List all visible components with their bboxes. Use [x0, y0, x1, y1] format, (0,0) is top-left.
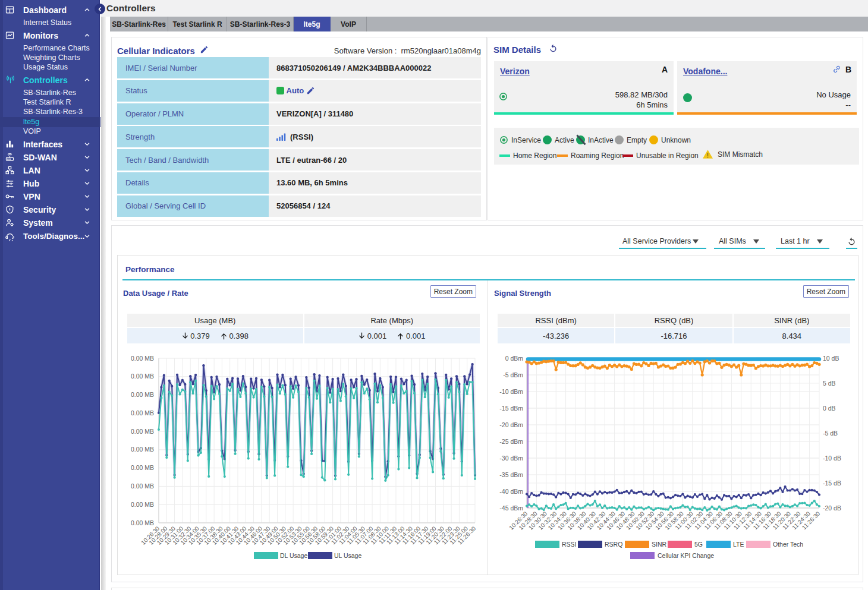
- svg-text:0 dBm: 0 dBm: [505, 355, 524, 362]
- svg-text:0.00 MB: 0.00 MB: [131, 464, 154, 471]
- svg-text:-45 dBm: -45 dBm: [499, 504, 523, 512]
- svg-text:SINR: SINR: [652, 541, 667, 548]
- svg-text:-20 dB: -20 dB: [823, 504, 841, 512]
- svg-text:0.00 MB: 0.00 MB: [131, 409, 154, 417]
- svg-text:-10 dB: -10 dB: [823, 455, 841, 462]
- svg-text:5G: 5G: [694, 541, 703, 548]
- svg-text:0.00 MB: 0.00 MB: [131, 373, 154, 380]
- svg-text:10 dB: 10 dB: [823, 355, 839, 362]
- svg-text:-30 dBm: -30 dBm: [499, 455, 523, 462]
- svg-text:-35 dBm: -35 dBm: [499, 471, 523, 478]
- svg-text:0.00 MB: 0.00 MB: [131, 355, 154, 362]
- svg-text:-15 dB: -15 dB: [823, 479, 841, 487]
- svg-text:-15 dBm: -15 dBm: [499, 405, 523, 412]
- svg-text:0.00 MB: 0.00 MB: [131, 519, 154, 526]
- svg-text:RSRQ: RSRQ: [605, 541, 622, 548]
- svg-text:LTE: LTE: [733, 541, 744, 548]
- svg-text:-25 dBm: -25 dBm: [499, 438, 523, 445]
- svg-text:0.00 MB: 0.00 MB: [131, 391, 154, 398]
- svg-text:RSSI: RSSI: [562, 541, 577, 548]
- svg-text:0.00 MB: 0.00 MB: [131, 428, 154, 435]
- svg-text:0.00 MB: 0.00 MB: [131, 446, 154, 453]
- svg-text:0.00 MB: 0.00 MB: [131, 482, 154, 490]
- svg-text:DL Usage: DL Usage: [280, 552, 307, 559]
- svg-text:0 dB: 0 dB: [823, 405, 836, 412]
- svg-text:-40 dBm: -40 dBm: [499, 488, 523, 495]
- svg-text:-5 dBm: -5 dBm: [503, 371, 523, 378]
- svg-text:0.00 MB: 0.00 MB: [131, 501, 154, 508]
- svg-text:-5 dB: -5 dB: [823, 430, 838, 437]
- svg-text:-10 dBm: -10 dBm: [499, 388, 523, 395]
- svg-text:Other Tech: Other Tech: [773, 541, 803, 548]
- svg-text:Cellular KPI Change: Cellular KPI Change: [658, 552, 714, 559]
- svg-text:-20 dBm: -20 dBm: [499, 421, 523, 428]
- svg-text:UL Usage: UL Usage: [334, 552, 361, 559]
- svg-text:5 dB: 5 dB: [823, 380, 836, 387]
